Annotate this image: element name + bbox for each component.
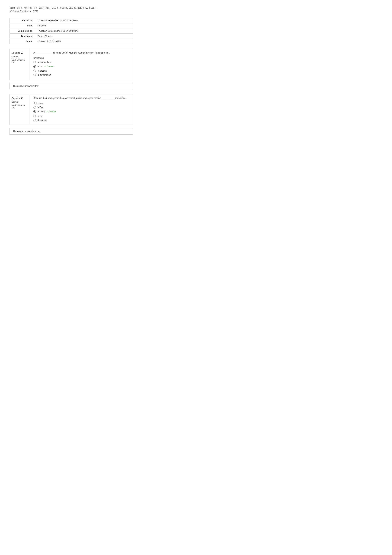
completed-on-label: Completed on bbox=[10, 28, 35, 33]
options-list-1: a. criminal actb. tort✓Correctc. breachd… bbox=[33, 61, 130, 76]
state-label: State bbox=[10, 23, 35, 28]
breadcrumb-qz02[interactable]: QZ02 bbox=[33, 10, 38, 12]
breadcrumb-arrow-2: ► bbox=[36, 7, 38, 9]
answer-box-2: The correct answer is: extra bbox=[9, 128, 133, 135]
option-2-c: c. no bbox=[33, 115, 130, 117]
breadcrumb-fall[interactable]: 2017_FALL_FULL bbox=[39, 7, 56, 9]
option-label-2-d: d. special bbox=[37, 119, 47, 121]
time-taken-label: Time taken bbox=[10, 33, 35, 39]
radio-1-b bbox=[33, 65, 36, 68]
questions-container: Question 1 Correct Mark 1.0 out of 1.0 A… bbox=[9, 49, 133, 135]
question-status-1: Correct bbox=[12, 55, 28, 58]
correct-label-1: Correct bbox=[47, 65, 54, 68]
breadcrumb-course[interactable]: CDS345_LEC_01_2017_FALL_FULL bbox=[60, 7, 94, 9]
correct-check-icon-1: ✓ bbox=[44, 65, 46, 68]
grade-value: 20.0 out of 20.0 (100%) bbox=[35, 39, 133, 44]
breadcrumb-privacy[interactable]: 02-Privacy Overview bbox=[9, 10, 28, 12]
question-mark-1: Mark 1.0 out of 1.0 bbox=[12, 59, 28, 64]
option-label-1-d: d. defamation bbox=[37, 74, 51, 76]
question-sidebar-2: Question 2 Correct Mark 1.0 out of 1.0 bbox=[10, 94, 30, 125]
correct-check-icon-2: ✓ bbox=[46, 110, 48, 113]
option-1-c: c. breach bbox=[33, 70, 130, 72]
summary-state-row: State Finished bbox=[10, 23, 133, 28]
question-sidebar-1: Question 1 Correct Mark 1.0 out of 1.0 bbox=[10, 49, 30, 80]
question-number-1: Question 1 bbox=[12, 51, 28, 54]
radio-2-a bbox=[33, 106, 36, 109]
radio-2-d bbox=[33, 119, 36, 121]
options-list-2: a. fewb. extra✓Correctc. nod. special bbox=[33, 106, 130, 121]
question-content-1: A ______________ is some kind of wrongfu… bbox=[30, 49, 133, 80]
select-one-label-2: Select one: bbox=[33, 102, 130, 104]
option-label-2-b: b. extra bbox=[37, 110, 45, 113]
started-on-value: Thursday, September 14, 2017, 10:50 PM bbox=[35, 18, 133, 23]
option-1-d: d. defamation bbox=[33, 74, 130, 76]
summary-grade-row: Grade 20.0 out of 20.0 (100%) bbox=[10, 39, 133, 44]
option-1-b: b. tort✓Correct bbox=[33, 65, 130, 68]
summary-time-row: Time taken 7 mins 28 secs bbox=[10, 33, 133, 39]
question-content-2: Because their employer is the government… bbox=[30, 94, 133, 125]
option-2-d: d. special bbox=[33, 119, 130, 121]
time-taken-value: 7 mins 28 secs bbox=[35, 33, 133, 39]
grade-label: Grade bbox=[10, 39, 35, 44]
question-status-2: Correct bbox=[12, 101, 28, 103]
state-value: Finished bbox=[35, 23, 133, 28]
breadcrumb-mycourses[interactable]: My courses bbox=[24, 7, 35, 9]
completed-on-value: Thursday, September 14, 2017, 10:58 PM bbox=[35, 28, 133, 33]
summary-table: Started on Thursday, September 14, 2017,… bbox=[9, 18, 133, 44]
question-block-2: Question 2 Correct Mark 1.0 out of 1.0 B… bbox=[9, 94, 133, 125]
option-label-2-c: c. no bbox=[37, 115, 42, 117]
summary-started-row: Started on Thursday, September 14, 2017,… bbox=[10, 18, 133, 23]
breadcrumb-dashboard[interactable]: Dashboard bbox=[9, 7, 20, 9]
radio-1-d bbox=[33, 74, 36, 76]
option-2-a: a. few bbox=[33, 106, 130, 109]
option-label-2-a: a. few bbox=[37, 106, 43, 109]
question-mark-2: Mark 1.0 out of 1.0 bbox=[12, 104, 28, 109]
option-2-b: b. extra✓Correct bbox=[33, 110, 130, 113]
summary-completed-row: Completed on Thursday, September 14, 201… bbox=[10, 28, 133, 33]
correct-label-2: Correct bbox=[49, 110, 56, 113]
radio-2-b bbox=[33, 110, 36, 113]
radio-2-c bbox=[33, 115, 36, 117]
grade-suffix: ) bbox=[60, 40, 61, 43]
grade-percent: 100% bbox=[54, 40, 60, 43]
breadcrumb-arrow-3: ► bbox=[57, 7, 59, 9]
question-number-2: Question 2 bbox=[12, 96, 28, 100]
question-block-1: Question 1 Correct Mark 1.0 out of 1.0 A… bbox=[9, 49, 133, 80]
question-text-2: Because their employer is the government… bbox=[33, 96, 130, 100]
grade-number: 20.0 out of 20.0 ( bbox=[37, 40, 54, 43]
breadcrumb-arrow-4: ► bbox=[96, 7, 97, 9]
started-on-label: Started on bbox=[10, 18, 35, 23]
select-one-label-1: Select one: bbox=[33, 57, 130, 59]
option-1-a: a. criminal act bbox=[33, 61, 130, 63]
option-label-1-a: a. criminal act bbox=[37, 61, 51, 63]
breadcrumb-arrow-5: ► bbox=[30, 10, 32, 12]
option-label-1-c: c. breach bbox=[37, 70, 47, 72]
breadcrumb-arrow-1: ► bbox=[21, 7, 23, 9]
radio-1-a bbox=[33, 61, 36, 63]
answer-box-1: The correct answer is: tort bbox=[9, 83, 133, 89]
radio-1-c bbox=[33, 70, 36, 72]
question-text-1: A ______________ is some kind of wrongfu… bbox=[33, 51, 130, 54]
breadcrumb: Dashboard ► My courses ► 2017_FALL_FULL … bbox=[9, 6, 133, 13]
option-label-1-b: b. tort bbox=[37, 65, 43, 68]
